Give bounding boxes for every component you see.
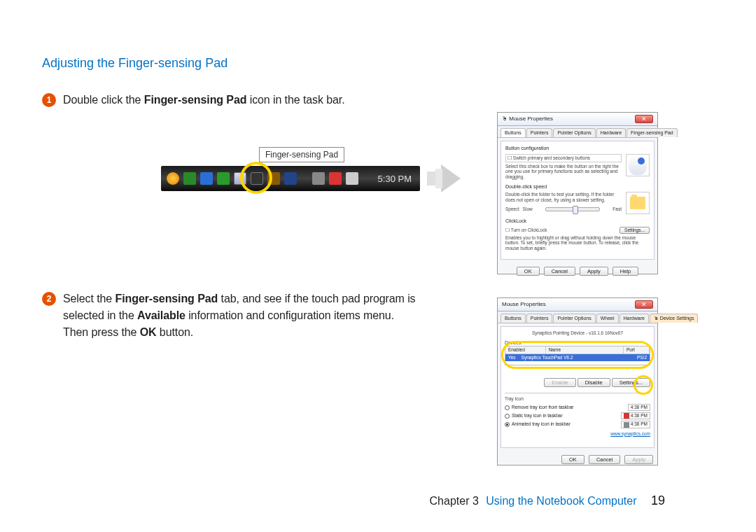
dialog-title: 🖱 Mouse Properties [502,115,553,122]
page-footer: Chapter 3 Using the Notebook Computer 19 [0,493,756,508]
tab-buttons[interactable]: Buttons [500,314,526,323]
mouse-properties-dialog-buttons: 🖱 Mouse Properties ✕ Buttons Pointers Po… [497,112,658,274]
tray-icon-generic [183,172,196,185]
highlight-circle-icon [240,162,272,194]
step-2: 2 Select the Finger-sensing Pad tab, and… [42,290,490,341]
volume-icon [346,172,358,185]
section-title: Adjusting the Finger-sensing Pad [42,56,714,71]
tray-icon-label: Tray Icon [505,396,650,402]
driver-version: Synaptics Pointing Device - v10.1.6 16No… [505,330,650,336]
help-button[interactable]: Help [612,267,638,276]
close-icon[interactable]: ✕ [635,115,653,123]
chapter-title: Using the Notebook Computer [486,495,636,507]
tab-pointer-options[interactable]: Pointer Options [553,128,595,137]
folder-test-icon[interactable] [626,192,650,214]
tab-hardware[interactable]: Hardware [596,128,626,137]
mouse-preview-icon [626,154,650,176]
swap-buttons-checkbox[interactable]: ☐ Switch primary and secondary buttons [505,154,622,162]
highlight-circle-icon [634,375,653,395]
group-clicklock: ClickLock [505,218,650,224]
dialog-title: Mouse Properties [502,301,546,308]
tab-pointers[interactable]: Pointers [526,128,553,137]
tab-pointers[interactable]: Pointers [526,314,553,323]
tab-strip: Buttons Pointers Pointer Options Hardwar… [498,126,657,138]
enable-button: Enable [544,378,575,387]
dc-desc: Double-click the folder to test your set… [505,192,622,203]
apply-button: Apply [624,455,653,464]
taskbar-clock: 5:30 PM [378,174,414,184]
time-preview: 4:38 PM [628,404,650,411]
ok-button[interactable]: OK [517,267,540,276]
tab-wheel[interactable]: Wheel [596,314,619,323]
page-number: 19 [651,493,665,507]
tab-strip: Buttons Pointers Pointer Options Wheel H… [498,312,657,323]
devices-table[interactable]: Enabled Name Port Yes Synaptics TouchPad… [505,346,650,365]
step-number-1: 1 [42,93,56,107]
cancel-button[interactable]: Cancel [589,455,620,464]
tab-pointer-options[interactable]: Pointer Options [553,314,595,323]
arrow-right-icon [441,164,461,192]
mouse-properties-dialog-device: Mouse Properties ✕ Buttons Pointers Poin… [497,298,658,465]
step-1: 1 Double click the Finger-sensing Pad ic… [42,92,490,108]
windows-taskbar: 5:30 PM [161,166,420,191]
network-icon [329,172,342,185]
group-button-config: Button configuration [505,146,650,151]
chapter-label: Chapter 3 [430,495,479,507]
radio-remove-tray[interactable]: Remove tray icon from taskbar [505,405,574,410]
radio-animated-tray[interactable]: Animated tray icon in taskbar [505,421,570,427]
time-preview: 4:38 PM [621,412,650,419]
fast-label: Fast [612,206,622,212]
time-preview: 4:38 PM [621,421,650,428]
step-number-2: 2 [42,292,56,306]
clicklock-settings-button[interactable]: Settings... [620,227,650,234]
close-icon[interactable]: ✕ [635,300,653,309]
swap-desc: Select this check box to make the button… [505,164,622,180]
taskbar-tooltip: Finger-sensing Pad [259,147,344,162]
bluetooth-icon [200,172,213,185]
wifi-icon [217,172,230,185]
radio-static-tray[interactable]: Static tray icon in taskbar [505,413,563,419]
step-2-text: Select the Finger-sensing Pad tab, and s… [63,290,416,341]
apply-button[interactable]: Apply [580,267,608,276]
tab-hardware[interactable]: Hardware [620,314,649,323]
group-double-click: Double-click speed [505,184,650,190]
tab-device-settings[interactable]: 🖱 Device Settings [650,314,699,323]
tray-icon-generic [284,172,297,185]
battery-icon [312,172,325,185]
clicklock-checkbox[interactable]: ☐ Turn on ClickLock [505,227,547,233]
clicklock-desc: Enables you to highlight or drag without… [505,235,650,251]
cancel-button[interactable]: Cancel [544,267,575,276]
ok-button[interactable]: OK [561,455,584,464]
speed-slider[interactable] [545,207,601,211]
speed-label: Speed: [505,206,520,212]
step-1-text: Double click the Finger-sensing Pad icon… [63,92,344,108]
synaptics-link[interactable]: www.synaptics.com [610,431,650,436]
tab-finger-sensing-pad[interactable]: Finger-sensing Pad [626,128,678,137]
slow-label: Slow [523,206,533,212]
highlight-oval-icon [501,341,654,369]
tab-buttons[interactable]: Buttons [500,128,526,137]
tray-icon-generic [167,172,179,185]
disable-button[interactable]: Disable [578,378,610,387]
